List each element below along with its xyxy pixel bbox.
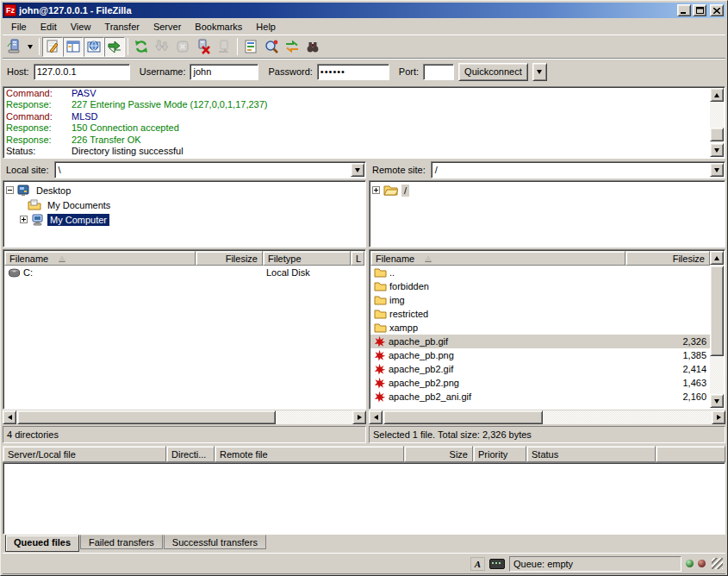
site-manager-button[interactable] — [3, 37, 24, 57]
tree-item-my-documents[interactable]: My Documents — [4, 197, 364, 212]
scroll-left-button[interactable] — [369, 410, 383, 424]
find-files-button[interactable] — [302, 37, 323, 57]
toggle-message-log-button[interactable] — [42, 37, 63, 57]
toggle-transfer-queue-button[interactable] — [104, 37, 125, 57]
scroll-up-button[interactable] — [710, 251, 724, 265]
column-priority[interactable]: Priority — [473, 446, 526, 462]
column-remote-file[interactable]: Remote file — [215, 446, 404, 462]
minimize-button[interactable] — [677, 4, 691, 16]
remote-site-dropdown[interactable] — [710, 163, 724, 177]
column-status[interactable]: Status — [526, 446, 656, 462]
password-input[interactable] — [317, 64, 389, 80]
file-row[interactable]: apache_pb.png 1,385 — [370, 348, 710, 362]
column-size[interactable]: Size — [404, 446, 473, 462]
folder-row[interactable]: img — [370, 293, 710, 307]
folder-row[interactable]: .. — [370, 266, 710, 279]
title-bar[interactable]: Fz john@127.0.0.1 - FileZilla — [3, 3, 725, 18]
log-entry: Response:226 Transfer OK — [6, 135, 709, 146]
scroll-right-button[interactable] — [352, 410, 366, 424]
menu-server[interactable]: Server — [146, 20, 188, 34]
tab-queued-files[interactable]: Queued files — [5, 535, 79, 552]
host-input[interactable] — [34, 64, 130, 80]
remote-file-list[interactable]: Filename Filesize .. forbidden img — [369, 249, 725, 410]
message-log[interactable]: Command:PASV Response:227 Entering Passi… — [3, 86, 725, 159]
menu-help[interactable]: Help — [249, 20, 283, 34]
scroll-thumb[interactable] — [710, 128, 724, 141]
menu-view[interactable]: View — [64, 20, 98, 34]
activity-led-red — [698, 560, 706, 567]
drive-row[interactable]: C: Local Disk — [4, 266, 364, 279]
menu-edit[interactable]: Edit — [34, 20, 64, 34]
column-filesize[interactable]: Filesize — [196, 251, 263, 266]
username-input[interactable] — [190, 64, 258, 80]
tab-successful-transfers[interactable]: Successful transfers — [164, 535, 266, 549]
synchronized-browsing-button[interactable] — [282, 37, 302, 57]
local-hscrollbar[interactable] — [3, 410, 366, 424]
chevron-down-icon — [537, 70, 542, 74]
process-queue-button — [152, 37, 172, 57]
scroll-down-button[interactable] — [710, 394, 724, 408]
scroll-right-button[interactable] — [712, 410, 725, 424]
file-row[interactable]: apache_pb2.gif 2,414 — [370, 362, 710, 376]
local-site-dropdown[interactable] — [351, 163, 364, 177]
quickconnect-button[interactable]: Quickconnect — [458, 63, 528, 81]
column-filesize[interactable]: Filesize — [625, 251, 710, 266]
remote-vscrollbar[interactable] — [710, 251, 724, 408]
transfer-type-icon[interactable]: A — [470, 557, 485, 571]
scroll-left-button[interactable] — [3, 410, 16, 424]
column-direction[interactable]: Directi... — [166, 446, 215, 462]
port-input[interactable] — [423, 64, 454, 80]
disconnect-button[interactable] — [193, 37, 214, 57]
scroll-up-button[interactable] — [710, 88, 724, 102]
scroll-down-button[interactable] — [710, 143, 724, 157]
expand-icon[interactable] — [372, 186, 380, 194]
close-button[interactable] — [710, 4, 724, 16]
filter-button[interactable] — [240, 37, 261, 57]
column-server-local-file[interactable]: Server/Local file — [3, 446, 166, 462]
menu-file[interactable]: File — [4, 20, 34, 34]
folder-row[interactable]: forbidden — [370, 279, 710, 293]
scroll-thumb[interactable] — [17, 410, 276, 424]
local-site-combo[interactable]: \ — [54, 161, 366, 178]
remote-tree[interactable]: / — [369, 180, 725, 247]
maximize-button[interactable] — [693, 4, 706, 16]
refresh-button[interactable] — [131, 37, 152, 57]
remote-hscrollbar[interactable] — [369, 410, 725, 424]
column-filename[interactable]: Filename — [370, 251, 625, 266]
app-icon: Fz — [4, 4, 16, 16]
collapse-icon[interactable] — [6, 186, 14, 194]
site-manager-icon — [6, 39, 22, 54]
site-manager-dropdown[interactable] — [24, 37, 36, 57]
toggle-remote-tree-button[interactable] — [84, 37, 104, 57]
resize-grip[interactable] — [712, 558, 723, 569]
quickconnect-dropdown[interactable] — [532, 63, 547, 81]
toolbar-separator — [237, 38, 238, 55]
local-file-list[interactable]: Filename Filesize Filetype L C: Local Di… — [3, 249, 366, 410]
tab-failed-transfers[interactable]: Failed transfers — [80, 535, 163, 549]
expand-icon[interactable] — [20, 216, 28, 223]
toggle-local-tree-button[interactable] — [63, 37, 84, 57]
queue-list[interactable] — [3, 462, 725, 535]
menu-transfer[interactable]: Transfer — [97, 20, 146, 34]
file-row[interactable]: apache_pb2_ani.gif 2,160 — [370, 390, 710, 404]
tree-item-desktop[interactable]: Desktop — [4, 183, 364, 197]
local-tree[interactable]: Desktop My Documents My Computer — [3, 180, 366, 247]
speed-limits-icon[interactable] — [489, 559, 505, 569]
menu-bookmarks[interactable]: Bookmarks — [188, 20, 249, 34]
tree-item-my-computer[interactable]: My Computer — [4, 212, 364, 227]
chevron-down-icon — [28, 45, 33, 49]
column-last-modified[interactable]: L — [351, 251, 364, 266]
file-row[interactable]: apache_pb2.png 1,463 — [370, 376, 710, 390]
tree-item-root[interactable]: / — [370, 183, 724, 197]
folder-icon — [374, 309, 387, 319]
directory-comparison-button[interactable] — [261, 37, 282, 57]
folder-row[interactable]: xampp — [370, 321, 710, 335]
file-row-selected[interactable]: apache_pb.gif 2,326 — [370, 335, 710, 348]
scroll-thumb[interactable] — [383, 410, 543, 424]
folder-row[interactable]: restricted — [370, 307, 710, 321]
column-filename[interactable]: Filename — [4, 251, 196, 266]
column-filetype[interactable]: Filetype — [263, 251, 351, 266]
remote-site-combo[interactable]: / — [431, 161, 725, 178]
scroll-thumb[interactable] — [710, 266, 724, 356]
log-scrollbar[interactable] — [710, 88, 724, 157]
